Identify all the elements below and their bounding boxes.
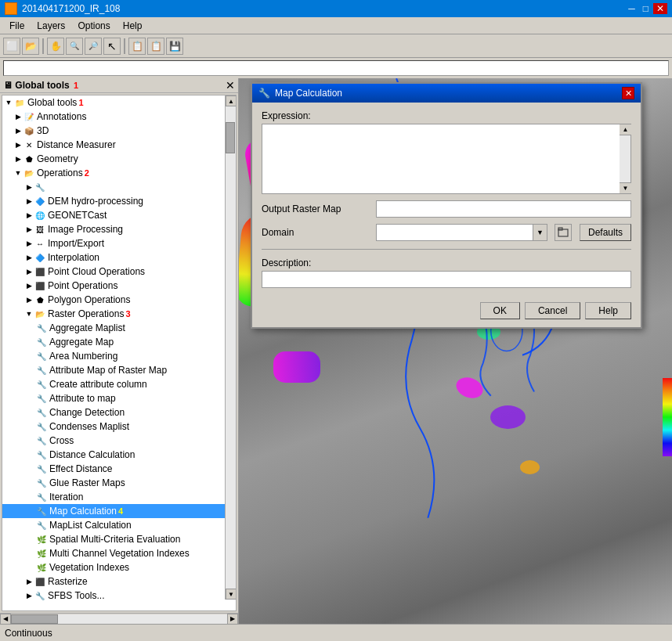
toolbar-zoom-in[interactable]: 🔍 — [66, 38, 83, 55]
tree-item-multi-channel-veg[interactable]: 🌿 Multi Channel Vegetation Indexes — [2, 546, 225, 560]
tree-item-effect-distance[interactable]: 🔧 Effect Distance — [2, 462, 225, 476]
toolbar-paste[interactable]: 📋 — [147, 38, 164, 55]
expand-geometry[interactable]: ▶ — [13, 155, 23, 163]
expand-rasterize[interactable]: ▶ — [24, 578, 34, 585]
expand-operations[interactable]: ▼ — [13, 169, 23, 177]
tree-item-point-cloud-ops[interactable]: ▶ ⬛ Point Cloud Operations — [2, 265, 225, 279]
tree-item-area-numbering[interactable]: 🔧 Area Numbering — [2, 349, 225, 363]
expand-point-operations[interactable]: ▶ — [24, 282, 34, 290]
expr-scroll-down[interactable]: ▼ — [620, 182, 631, 193]
expand-geonetcast[interactable]: ▶ — [24, 211, 34, 219]
tree-item-create-attribute-col[interactable]: 🔧 Create attribute column — [2, 377, 225, 391]
panel-close-btn[interactable]: ✕ — [226, 80, 235, 91]
tree-item-dem-hydro[interactable]: ▶ 🔷 DEM hydro-processing — [2, 194, 225, 208]
expression-scrollbar[interactable]: ▲ ▼ — [620, 124, 631, 194]
defaults-btn[interactable]: Defaults — [580, 224, 631, 241]
expand-unnamed[interactable]: ▶ — [24, 183, 34, 191]
area-numbering-icon: 🔧 — [35, 350, 48, 362]
tree-vertical-scrollbar[interactable]: ▲ ▼ — [225, 95, 236, 600]
tree-horizontal-scrollbar[interactable]: ◀ ▶ — [0, 613, 238, 624]
expr-scroll-track[interactable] — [620, 135, 630, 182]
tree-item-unnamed[interactable]: ▶ 🔧 — [2, 180, 225, 194]
toolbar-pan[interactable]: ✋ — [47, 38, 64, 55]
expand-point-cloud-ops[interactable]: ▶ — [24, 268, 34, 275]
tree-item-annotations[interactable]: ▶ 📝 Annotations — [2, 110, 225, 124]
tree-item-condenses-maplist[interactable]: 🔧 Condenses Maplist — [2, 420, 225, 434]
tree-item-distance-calculation[interactable]: 🔧 Distance Calculation — [2, 448, 225, 462]
expand-image-processing[interactable]: ▶ — [24, 225, 34, 233]
tree-item-aggregate-maplist[interactable]: 🔧 Aggregate Maplist — [2, 321, 225, 335]
tree-item-raster-operations[interactable]: ▼ 📂 Raster Operations 3 — [2, 307, 225, 321]
expression-input[interactable] — [262, 124, 620, 194]
tree-item-vegetation-indexes[interactable]: 🌿 Vegetation Indexes — [2, 560, 225, 574]
tree-item-change-detection[interactable]: 🔧 Change Detection — [2, 405, 225, 420]
v-scroll-thumb[interactable] — [226, 122, 235, 153]
cancel-btn[interactable]: Cancel — [525, 302, 580, 319]
h-scroll-thumb[interactable] — [11, 614, 58, 624]
h-scroll-track[interactable] — [11, 614, 227, 624]
toolbar-select[interactable]: ↖ — [103, 38, 121, 55]
tree-view[interactable]: ▼ 📁 Global tools 1 ▶ 📝 Annotations ▶ 📦 3… — [2, 95, 237, 611]
dialog-close-btn[interactable]: ✕ — [622, 87, 634, 99]
tree-item-operations[interactable]: ▼ 📂 Operations 2 — [2, 166, 225, 180]
tree-item-map-calculation[interactable]: 🔧 Map Calculation 4 — [2, 504, 225, 518]
toolbar-save[interactable]: 💾 — [166, 38, 183, 55]
menu-file[interactable]: File — [3, 19, 31, 33]
tree-item-attribute-map-raster[interactable]: 🔧 Attribute Map of Raster Map — [2, 363, 225, 377]
expand-global-tools[interactable]: ▼ — [4, 99, 13, 106]
search-input[interactable] — [3, 60, 669, 76]
expand-interpolation[interactable]: ▶ — [24, 254, 34, 261]
tree-item-image-processing[interactable]: ▶ 🖼 Image Processing — [2, 222, 225, 236]
toolbar-open[interactable]: 📂 — [22, 38, 39, 55]
h-scroll-right-btn[interactable]: ▶ — [227, 614, 238, 625]
tree-item-polygon-operations[interactable]: ▶ ⬟ Polygon Operations — [2, 293, 225, 307]
tree-item-iteration[interactable]: 🔧 Iteration — [2, 490, 225, 504]
description-input[interactable] — [262, 271, 631, 288]
expand-dem-hydro[interactable]: ▶ — [24, 197, 34, 205]
tree-item-rasterize[interactable]: ▶ ⬛ Rasterize — [2, 574, 225, 589]
tree-item-interpolation[interactable]: ▶ 🔷 Interpolation — [2, 250, 225, 265]
tree-item-distance-measurer[interactable]: ▶ ✕ Distance Measurer — [2, 138, 225, 152]
tree-item-glue-raster-maps[interactable]: 🔧 Glue Raster Maps — [2, 476, 225, 490]
menu-options[interactable]: Options — [71, 19, 116, 33]
description-section: Description: — [262, 257, 631, 288]
v-scroll-down-btn[interactable]: ▼ — [226, 589, 237, 600]
domain-dropdown-arrow[interactable]: ▼ — [533, 224, 547, 241]
tree-item-geometry[interactable]: ▶ ⬟ Geometry — [2, 152, 225, 166]
expand-raster-operations[interactable]: ▼ — [24, 310, 34, 318]
close-btn[interactable]: ✕ — [653, 3, 667, 14]
tree-item-sfbs-tools[interactable]: ▶ 🔧 SFBS Tools... — [2, 589, 225, 603]
v-scroll-track[interactable] — [226, 106, 236, 589]
expand-distance-measurer[interactable]: ▶ — [13, 141, 23, 149]
expr-scroll-up[interactable]: ▲ — [620, 124, 631, 135]
menu-help[interactable]: Help — [117, 19, 149, 33]
h-scroll-left-btn[interactable]: ◀ — [0, 614, 11, 625]
tree-item-attribute-to-map[interactable]: 🔧 Attribute to map — [2, 391, 225, 405]
tree-item-import-export[interactable]: ▶ ↔ Import/Export — [2, 236, 225, 250]
output-raster-input[interactable] — [376, 200, 631, 218]
menu-layers[interactable]: Layers — [31, 19, 71, 33]
expand-annotations[interactable]: ▶ — [13, 113, 23, 121]
v-scroll-up-btn[interactable]: ▲ — [226, 95, 237, 106]
tree-item-point-operations[interactable]: ▶ ⬛ Point Operations — [2, 279, 225, 293]
tree-item-geonetcast[interactable]: ▶ 🌐 GEONETCast — [2, 208, 225, 222]
toolbar-new[interactable]: ⬜ — [3, 38, 20, 55]
expand-sfbs-tools[interactable]: ▶ — [24, 592, 34, 600]
domain-browse-btn[interactable] — [555, 224, 572, 241]
expand-import-export[interactable]: ▶ — [24, 239, 34, 247]
maximize-btn[interactable]: □ — [640, 3, 652, 14]
tree-item-spatial-multi-criteria[interactable]: 🌿 Spatial Multi-Criteria Evaluation — [2, 532, 225, 546]
help-btn[interactable]: Help — [585, 302, 631, 319]
toolbar-zoom-out[interactable]: 🔎 — [85, 38, 102, 55]
expand-3d[interactable]: ▶ — [13, 127, 23, 135]
tree-item-3d[interactable]: ▶ 📦 3D — [2, 124, 225, 138]
tree-item-global-tools[interactable]: ▼ 📁 Global tools 1 — [2, 95, 225, 110]
tree-item-maplist-calculation[interactable]: 🔧 MapList Calculation — [2, 518, 225, 532]
domain-select-box[interactable] — [376, 224, 533, 241]
expand-polygon-operations[interactable]: ▶ — [24, 296, 34, 304]
tree-item-aggregate-map[interactable]: 🔧 Aggregate Map — [2, 335, 225, 349]
minimize-btn[interactable]: ─ — [625, 3, 638, 14]
ok-btn[interactable]: OK — [480, 302, 520, 319]
toolbar-copy[interactable]: 📋 — [128, 38, 146, 55]
tree-item-cross[interactable]: 🔧 Cross — [2, 434, 225, 448]
